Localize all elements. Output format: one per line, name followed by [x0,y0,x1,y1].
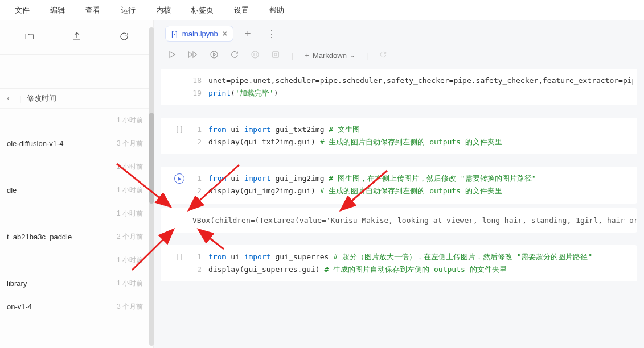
interrupt-icon[interactable] [251,50,260,61]
menu-settings[interactable]: 设置 [224,5,259,15]
new-folder-icon[interactable] [24,31,35,43]
code-cell-1[interactable]: [ ] 1from ui import gui_txt2img # 文生图 2d… [161,118,637,154]
code[interactable]: 1from ui import gui_img2img # 图生图，在左侧上传图… [188,172,633,197]
menu-view[interactable]: 查看 [75,5,110,15]
menu-edit[interactable]: 编辑 [40,5,75,15]
tab-label: main.ipynb [182,30,218,38]
prompt [171,74,188,76]
svg-rect-2 [273,52,279,58]
prompt: [ ] [171,123,188,133]
menu-kernel[interactable]: 内核 [146,5,181,15]
add-cell-dropdown[interactable]: + Markdown ⌄ [305,51,355,60]
list-item[interactable]: 1 小时前 [0,248,153,272]
prompt: [ ] [171,251,188,260]
col-modified[interactable]: 修改时间 [27,93,56,103]
run-icon[interactable] [167,50,177,61]
upload-icon[interactable] [72,31,82,43]
svg-rect-3 [274,53,277,56]
menu-tabs[interactable]: 标签页 [181,5,224,15]
menu-file[interactable]: 文件 [5,5,40,15]
list-item[interactable]: 1 小时前 [0,109,153,132]
menu-run[interactable]: 运行 [110,5,146,15]
code-cell-0[interactable]: 18unet=pipe.unet,scheduler=pipe.schedule… [161,69,637,105]
chevron-up-icon[interactable]: ⌃ [6,95,15,102]
cell-output: VBox(children=(Textarea(value='Kurisu Ma… [161,208,637,233]
code-cell-2[interactable]: ▶ 1from ui import gui_img2img # 图生图，在左侧上… [161,167,637,203]
chevron-down-icon: ⌄ [350,52,355,59]
run-all-icon[interactable] [188,50,198,61]
code[interactable]: 18unet=pipe.unet,scheduler=pipe.schedule… [188,74,633,100]
list-item[interactable]: 1 小时前 [0,155,153,179]
code[interactable]: 1from ui import gui_superres # 超分（图片放大一倍… [188,251,633,276]
svg-point-1 [252,51,259,58]
notebook-toolbar: | + Markdown ⌄ | [154,47,644,69]
stop-icon[interactable] [271,50,280,61]
menubar: 文件 编辑 查看 运行 内核 标签页 设置 帮助 [0,0,644,20]
svg-point-0 [211,51,218,58]
add-tab-button[interactable]: + [240,28,256,40]
list-item[interactable]: ole-diffusion-v1-43 个月前 [0,132,153,155]
list-item[interactable]: dle1 小时前 [0,179,153,202]
notebook-cells: 18unet=pipe.unet,scheduler=pipe.schedule… [154,69,644,305]
file-list-header: ⌃ | 修改时间 [0,89,153,109]
code[interactable]: 1from ui import gui_txt2img # 文生图 2displ… [188,123,633,148]
run-cell-button[interactable]: ▶ [171,172,188,184]
notebook-icon: [·] [171,30,178,38]
tab-menu-icon[interactable]: ⋮ [262,27,281,40]
list-item[interactable]: t_ab21ba3c_paddle2 个月前 [0,225,153,248]
run-from-icon[interactable] [210,50,219,61]
code-cell-3[interactable]: [ ] 1from ui import gui_superres # 超分（图片… [161,245,637,281]
list-item[interactable]: library1 小时前 [0,272,153,295]
list-item[interactable]: 1 小时前 [0,202,153,225]
sidebar-toolbar [0,20,153,55]
close-tab-icon[interactable]: × [223,29,227,38]
tab-bar: [·] main.ipynb × + ⋮ [154,20,644,47]
sidebar-scrollbar[interactable] [149,27,154,346]
refresh-icon[interactable] [119,31,129,43]
restart-icon[interactable] [230,50,239,61]
reload-icon[interactable] [379,51,387,60]
tab-main-ipynb[interactable]: [·] main.ipynb × [165,26,233,42]
menu-help[interactable]: 帮助 [259,5,294,15]
file-browser-sidebar: ⌃ | 修改时间 1 小时前 ole-diffusion-v1-43 个月前 1… [0,20,154,348]
list-item[interactable]: on-v1-43 个月前 [0,295,153,318]
file-list: 1 小时前 ole-diffusion-v1-43 个月前 1 小时前 dle1… [0,109,153,348]
notebook-area: [·] main.ipynb × + ⋮ | + Markdown ⌄ | [154,20,644,348]
